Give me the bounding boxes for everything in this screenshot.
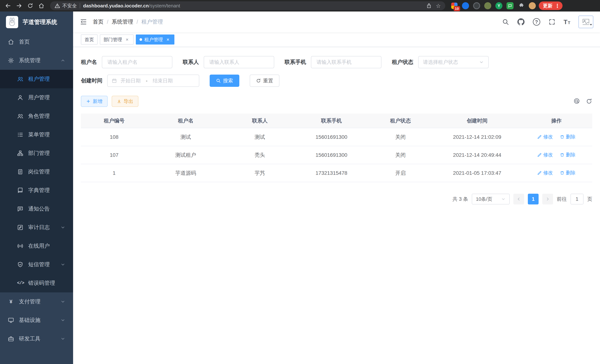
sidebar-item-errorcode[interactable]: </> 错误码管理 — [0, 274, 73, 292]
forward-button[interactable] — [14, 1, 24, 10]
url-bar[interactable]: 不安全 dashboard.yudao.iocoder.cn/system/te… — [50, 1, 445, 10]
sidebar-item-home[interactable]: 首页 — [0, 33, 73, 51]
next-page-button[interactable] — [542, 194, 553, 205]
phone-input[interactable] — [311, 56, 381, 68]
status-select-placeholder: 请选择租户状态 — [423, 59, 458, 65]
delete-link[interactable]: 删除 — [560, 169, 575, 176]
reload-button[interactable] — [25, 1, 35, 10]
sidebar-item-payment[interactable]: ¥ 支付管理 — [0, 292, 73, 311]
sidebar-item-dept[interactable]: 部门管理 — [0, 144, 73, 162]
caret-down-icon[interactable] — [589, 22, 593, 27]
edit-link[interactable]: 修改 — [537, 169, 553, 176]
puzzle-icon[interactable] — [518, 2, 525, 9]
sidebar-item-tenant[interactable]: 租户管理 — [0, 70, 73, 88]
plus-icon — [86, 99, 91, 103]
prev-page-button[interactable] — [513, 194, 524, 205]
cell-tenant-id: 108 — [81, 128, 147, 146]
status-select[interactable]: 请选择租户状态 — [418, 56, 489, 68]
date-range-picker[interactable]: 开始日期 - 结束日期 — [107, 75, 199, 87]
sidebar-item-role[interactable]: 角色管理 — [0, 107, 73, 125]
breadcrumb-system[interactable]: 系统管理 — [112, 18, 133, 26]
sidebar-item-label: 租户管理 — [28, 75, 50, 83]
column-header: 租户状态 — [367, 113, 434, 128]
sidebar-item-sms[interactable]: 短信管理 — [0, 255, 73, 274]
page-number-button[interactable]: 1 — [528, 194, 539, 205]
chevron-left-icon — [516, 197, 521, 202]
tab-tenant[interactable]: 租户管理 × — [136, 35, 174, 45]
extension-multicolor-icon[interactable]: 10 — [451, 2, 458, 9]
close-icon[interactable]: × — [165, 37, 171, 42]
bookmark-star-icon[interactable]: ☆ — [436, 3, 441, 9]
sidebar-item-label: 部门管理 — [28, 149, 50, 157]
extension-olive-icon[interactable] — [484, 2, 491, 9]
cell-created: 2021-01-05 17:03:47 — [434, 164, 521, 182]
back-button[interactable] — [3, 1, 13, 10]
reset-button[interactable]: 重置 — [250, 75, 279, 87]
cell-created: 2021-12-14 21:02:09 — [434, 128, 521, 146]
sidebar-item-system[interactable]: 系统管理 — [0, 51, 73, 70]
collapse-sidebar-icon[interactable] — [80, 18, 87, 26]
search-icon[interactable] — [502, 18, 509, 25]
toolbar-refresh-button[interactable] — [586, 98, 592, 104]
delete-label: 删除 — [566, 152, 575, 158]
extension-y-icon[interactable]: Y — [495, 2, 502, 9]
edit-link[interactable]: 修改 — [537, 134, 553, 140]
tag-tabs-bar: 首页 部门管理 × 租户管理 × — [73, 32, 600, 47]
sidebar-item-user[interactable]: 用户管理 — [0, 88, 73, 107]
add-button[interactable]: 新增 — [81, 96, 108, 107]
sidebar-item-menu[interactable]: 菜单管理 — [0, 125, 73, 144]
share-icon[interactable] — [426, 3, 432, 9]
close-icon[interactable]: × — [124, 37, 130, 42]
sidebar-item-dict[interactable]: 字典管理 — [0, 181, 73, 200]
tenant-name-input[interactable] — [102, 56, 172, 68]
sidebar-item-online-users[interactable]: 在线用户 — [0, 237, 73, 255]
logo-image — [6, 16, 18, 28]
sidebar-item-audit-log[interactable]: 审计日志 — [0, 218, 73, 237]
monitor-icon — [8, 317, 14, 323]
home-button[interactable] — [36, 1, 46, 10]
export-button-label: 导出 — [123, 98, 133, 105]
sidebar: 芋道管理系统 首页 系统管理 租户管理 用户管理 角色管理 菜单管理 — [0, 11, 73, 364]
export-button[interactable]: 导出 — [112, 96, 138, 107]
page-size-select[interactable]: 10条/页 — [472, 194, 510, 205]
browser-menu-icon[interactable]: ⋮ — [555, 3, 560, 9]
url-text: dashboard.yudao.iocoder.cn/system/tenant — [83, 3, 180, 9]
profile-avatar-icon[interactable] — [529, 2, 536, 9]
breadcrumb-home[interactable]: 首页 — [93, 18, 103, 26]
add-button-label: 新增 — [93, 98, 103, 105]
sidebar-item-post[interactable]: 岗位管理 — [0, 162, 73, 181]
help-icon[interactable]: ? — [533, 18, 540, 26]
search-button[interactable]: 搜索 — [210, 75, 239, 87]
update-button[interactable]: 更新 ⋮ — [539, 1, 562, 10]
extension-blue-icon[interactable] — [462, 2, 469, 9]
sidebar-logo[interactable]: 芋道管理系统 — [0, 11, 73, 33]
delete-label: 删除 — [566, 134, 575, 140]
sidebar-item-label: 研发工具 — [19, 335, 40, 343]
sidebar-item-devtools[interactable]: 研发工具 — [0, 329, 73, 348]
shield-icon — [17, 261, 23, 268]
delete-link[interactable]: 删除 — [560, 152, 575, 158]
delete-link[interactable]: 删除 — [560, 134, 575, 140]
sidebar-item-infra[interactable]: 基础设施 — [0, 311, 73, 329]
toolbar-search-toggle-button[interactable] — [574, 98, 580, 105]
github-icon[interactable] — [517, 18, 525, 26]
sidebar-item-label: 菜单管理 — [28, 131, 50, 138]
download-icon — [117, 99, 121, 103]
security-chip[interactable]: 不安全 — [55, 3, 77, 9]
edit-link[interactable]: 修改 — [537, 152, 553, 158]
tab-home[interactable]: 首页 — [81, 35, 98, 45]
contact-input[interactable] — [204, 56, 274, 68]
pagination: 共 3 条 10条/页 1 前往 页 — [81, 194, 592, 205]
font-size-icon[interactable]: TT — [564, 19, 570, 25]
fullscreen-icon[interactable] — [548, 18, 555, 25]
tab-dept[interactable]: 部门管理 × — [100, 35, 134, 45]
pencil-icon — [537, 135, 542, 139]
table-header-row: 租户编号 租户名 联系人 联系手机 租户状态 创建时间 操作 — [81, 113, 592, 128]
sidebar-item-notice[interactable]: 通知公告 — [0, 200, 73, 218]
chevron-down-icon — [60, 318, 65, 323]
extension-ring-icon[interactable] — [473, 2, 480, 9]
extension-chat-icon[interactable] — [506, 2, 514, 9]
goto-page-input[interactable] — [571, 194, 583, 205]
sidebar-item-label: 审计日志 — [28, 224, 50, 231]
tab-label: 首页 — [84, 37, 94, 43]
